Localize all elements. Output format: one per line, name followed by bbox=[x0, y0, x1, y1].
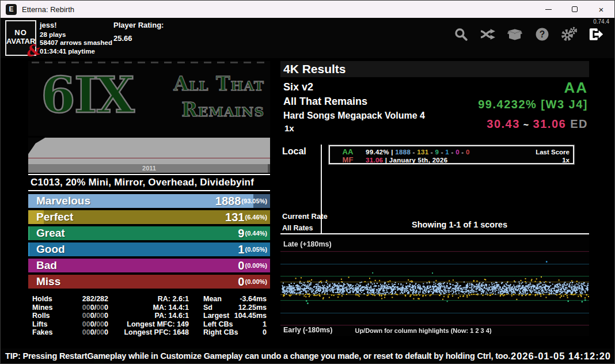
filter-current-rate[interactable]: Current Rate bbox=[282, 212, 328, 221]
scrubber-cap bbox=[268, 164, 270, 173]
judgment-bars: Marvelous1888(93.05%)Perfect131(6.46%)Gr… bbox=[28, 194, 270, 291]
stat-row-mines: Mines000/000 bbox=[32, 304, 108, 312]
divider bbox=[28, 174, 270, 175]
judgment-bar-good: Good1(0.05%) bbox=[28, 242, 270, 256]
judgment-count: 0 bbox=[238, 275, 244, 289]
score-count: 1888 bbox=[395, 149, 411, 156]
results-header: 4K Results bbox=[280, 61, 589, 77]
svg-text:?: ? bbox=[539, 29, 545, 39]
player-info: jess! 28 plays 58407 arrows smashed 01:3… bbox=[40, 21, 112, 55]
msd-rating: 30.43 ~ 31.06 ED bbox=[487, 117, 588, 131]
filter-all-rates[interactable]: All Rates bbox=[282, 224, 313, 232]
search-icon[interactable] bbox=[453, 26, 469, 42]
results-panel: 4K Results Six v2 All That Remains Hard … bbox=[280, 60, 589, 344]
avatar-text: NO bbox=[6, 29, 35, 36]
stat-ratio: RA: 2.6:1 bbox=[119, 295, 189, 304]
stat-left-cbs: Left CBs1 bbox=[203, 320, 267, 329]
player-name: jess! bbox=[40, 21, 112, 29]
song-pack: Hard Songs Megapack Volume 4 bbox=[283, 111, 425, 121]
help-icon[interactable]: ? bbox=[534, 26, 550, 42]
maximize-button[interactable] bbox=[561, 1, 588, 18]
column-highlight-hint: Up/Down for column highlights (Now: 1 2 … bbox=[280, 327, 566, 334]
offset-plot-canvas bbox=[280, 238, 589, 336]
score-summary: 99.42% | 1888 - 131 - 9 - 1 - 0 - 0 bbox=[366, 149, 470, 156]
judgment-count: 0 bbox=[238, 259, 244, 272]
stat-row-holds: Holds282/282 bbox=[32, 295, 108, 304]
local-scores-label: Local bbox=[282, 146, 306, 157]
judgment-label: Miss bbox=[36, 275, 60, 288]
judgment-percent: (6.46%) bbox=[245, 214, 267, 221]
score-mf-label: MF bbox=[338, 156, 358, 164]
banner-line2: Remains bbox=[174, 97, 264, 123]
banner-title-big: 6IX bbox=[41, 66, 134, 124]
title-bar: E Etterna: Rebirth × bbox=[1, 1, 614, 18]
density-year-label: 2011 bbox=[142, 165, 156, 172]
judgment-label: Marvelous bbox=[36, 195, 90, 207]
banner-title-side: All That Remains bbox=[174, 71, 264, 123]
rating-value: 25.66 bbox=[113, 34, 164, 43]
score-count: 1 bbox=[445, 149, 449, 156]
etterna-clef-icon: & bbox=[24, 42, 40, 59]
score-entry[interactable]: AA 99.42% | 1888 - 131 - 9 - 1 - 0 - 0 L… bbox=[329, 145, 574, 164]
msd-to: 31.06 bbox=[533, 117, 567, 130]
app-window: E Etterna: Rebirth × NO AVATAR & jess! 2… bbox=[0, 0, 615, 364]
close-button[interactable]: × bbox=[588, 1, 614, 18]
stat-ratio: Longest PFC: 1648 bbox=[119, 328, 189, 337]
song-title: Six v2 bbox=[283, 81, 313, 93]
exit-icon[interactable] bbox=[588, 26, 604, 42]
stat-ratio: Longest MFC: 149 bbox=[119, 320, 189, 329]
version-label: 0.74.4 bbox=[593, 18, 609, 25]
options-gear-icon[interactable] bbox=[561, 26, 577, 42]
stat-row-lifts: Lifts000/000 bbox=[32, 320, 108, 329]
judgment-bar-bad: Bad0(0.00%) bbox=[28, 259, 270, 272]
minimize-icon bbox=[545, 9, 552, 10]
avatar[interactable]: NO AVATAR & bbox=[5, 20, 36, 56]
judgment-bar-fill bbox=[28, 226, 29, 240]
showing-scores-label: Showing 1-1 of 1 scores bbox=[330, 220, 589, 229]
msd-tilde: ~ bbox=[520, 120, 533, 130]
player-plays: 28 plays bbox=[40, 31, 112, 38]
msd-suffix: ED bbox=[566, 117, 588, 130]
late-label: Late (+180ms) bbox=[283, 240, 332, 248]
score-tag: Last Score bbox=[536, 149, 570, 156]
score-stats: Holds282/282Mines000/000Rolls000/000Lift… bbox=[32, 295, 267, 337]
score-count: 0 bbox=[455, 149, 460, 156]
judgment-bar-perfect: Perfect131(6.46%) bbox=[28, 210, 270, 224]
divider bbox=[28, 190, 270, 191]
grade: AA bbox=[564, 79, 588, 97]
offset-plot[interactable]: Late (+180ms) Early (-180ms) Up/Down for… bbox=[280, 238, 589, 336]
judgment-label: Good bbox=[36, 243, 65, 256]
music-rate: 1x bbox=[284, 123, 294, 133]
random-icon[interactable] bbox=[480, 26, 496, 42]
density-threshold-line bbox=[28, 158, 270, 158]
mods-string: C1013, 20% Mini, Mirror, Overhead, Divid… bbox=[31, 177, 270, 188]
judgment-count: 1888 bbox=[215, 195, 241, 208]
banner-decoration bbox=[32, 62, 267, 63]
datetime-label: 2026-01-05 14:12:20 bbox=[511, 351, 611, 362]
score-count: 0 bbox=[466, 149, 470, 156]
maximize-icon bbox=[572, 6, 578, 12]
app-icon: E bbox=[6, 4, 17, 15]
judgment-bar-marvelous: Marvelous1888(93.05%) bbox=[28, 194, 270, 208]
score-count: 131 bbox=[417, 149, 428, 156]
judgment-bar-fill bbox=[28, 242, 29, 256]
player-playtime: 01:34:41 playtime bbox=[40, 48, 112, 55]
player-bar: NO AVATAR & jess! 28 plays 58407 arrows … bbox=[1, 18, 614, 58]
judgment-label: Great bbox=[36, 227, 65, 240]
judgment-bar-great: Great9(0.44%) bbox=[28, 226, 270, 240]
packs-icon[interactable] bbox=[507, 26, 523, 42]
song-banner: 6IX All That Remains bbox=[28, 61, 270, 136]
score-grade: AA bbox=[338, 147, 358, 156]
judgment-percent: (0.00%) bbox=[245, 278, 267, 285]
stat-right-cbs: Right CBs0 bbox=[203, 328, 267, 337]
judgment-count: 131 bbox=[225, 211, 244, 224]
minimize-button[interactable] bbox=[535, 1, 561, 18]
tip-bar: TIP: Pressing RestartGameplay while in C… bbox=[1, 348, 614, 363]
window-title: Etterna: Rebirth bbox=[22, 5, 74, 14]
judgment-bar-miss: Miss0(0.00%) bbox=[28, 275, 270, 289]
stat-ratio: PA: 14.6:1 bbox=[119, 312, 189, 320]
chart-position-bar[interactable]: 2011 bbox=[28, 164, 270, 173]
score-date-line: 31.06 | January 5th, 2026 bbox=[366, 157, 447, 164]
song-artist: All That Remains bbox=[283, 96, 367, 108]
wife-percent: 99.4232% [W3 J4] bbox=[478, 98, 588, 111]
